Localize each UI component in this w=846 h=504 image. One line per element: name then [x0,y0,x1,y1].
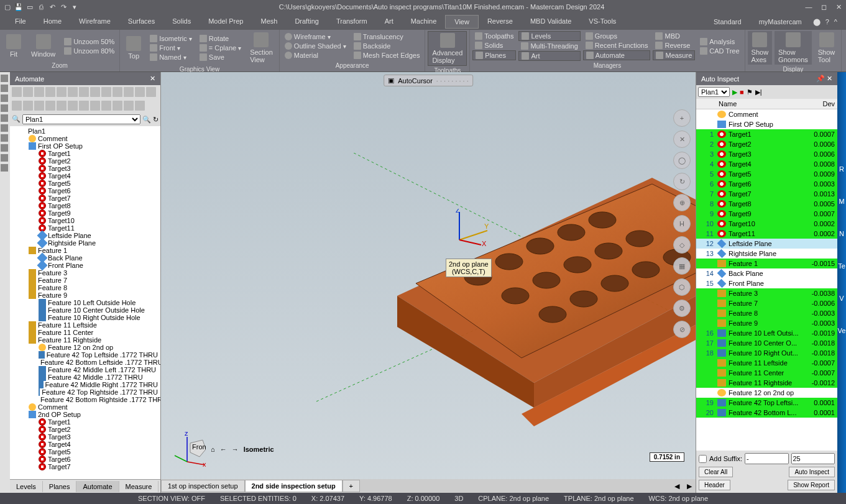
new-icon[interactable]: ▢ [2,2,12,12]
pin-icon[interactable]: 📌 [816,75,825,82]
tree-item[interactable]: Target5 [11,180,159,187]
tree-item[interactable]: Target4 [11,172,159,180]
search-icon[interactable]: 🔍 [12,115,21,124]
tb-icon[interactable] [90,87,100,97]
tool-icon[interactable] [1,134,8,142]
tree-item[interactable]: Feature 9 [11,291,159,299]
mbd-mgr-button[interactable]: MBD [653,32,695,40]
inspect-row[interactable]: 10Target100.0002 [696,219,837,229]
tree-item[interactable]: Feature 8 [11,284,159,291]
cplane-button[interactable]: = Cplane ▾ [197,44,244,52]
clear-all-button[interactable]: Clear All [699,467,733,477]
tree-item[interactable]: Rightside Plane [11,239,159,247]
backside-button[interactable]: Backside [351,42,423,50]
tb-icon[interactable] [124,87,134,97]
menu-mbd-validate[interactable]: MBD Validate [522,15,580,29]
tb-icon[interactable] [45,87,55,97]
menu-art[interactable]: Art [376,15,402,29]
save-view-button[interactable]: Save [197,53,244,62]
menu-drafting[interactable]: Drafting [286,15,328,29]
menu-home[interactable]: Home [35,15,70,29]
tree-item[interactable]: Target11 [11,224,159,232]
status-cplane[interactable]: CPLANE: 2nd op plane [478,495,549,502]
inspect-row[interactable]: Feature 7-0.0006 [696,298,837,308]
vp-tool-icon[interactable]: ◯ [673,152,691,169]
tree-item[interactable]: Target1 [11,150,159,157]
tree-item[interactable]: Comment [11,135,159,142]
viewport[interactable]: ▣ AutoCursor · · · · · · · · · [161,72,696,493]
tb-icon[interactable] [57,87,67,97]
tab-nav-right-icon[interactable]: ▶ [683,482,696,490]
viewport-tab[interactable]: 1st op inspection setup [161,480,245,492]
toolpaths-mgr-button[interactable]: Toolpaths [472,32,516,40]
tb-icon[interactable] [23,87,33,97]
tool-icon[interactable] [1,124,8,132]
groups-mgr-button[interactable]: Groups [583,32,651,40]
edge-tab[interactable]: Ve [838,327,846,334]
inspect-row[interactable]: 5Target50.0009 [696,169,837,179]
inspect-row[interactable]: Feature 12 on 2nd op [696,388,837,398]
tree-item[interactable]: Feature 11 Leftside [11,321,159,329]
tool-icon[interactable] [1,104,8,112]
inspect-row[interactable]: 8Target80.0005 [696,199,837,209]
inspect-row[interactable]: 18Feature 10 Right Out...-0.0018 [696,348,837,358]
tb-icon[interactable] [113,101,122,111]
nav-right-icon[interactable]: → [232,446,239,453]
advanced-display-button[interactable]: Advanced Display [428,31,467,66]
redo-icon[interactable]: ↷ [58,2,68,12]
inspect-row[interactable]: Comment [696,109,837,119]
tab-planes[interactable]: Planes [43,481,77,492]
inspect-row[interactable]: 20Feature 42 Bottom L...0.0001 [696,408,837,418]
inspect-row[interactable]: 11Target110.0002 [696,229,837,239]
tb-icon[interactable] [135,87,145,97]
solids-mgr-button[interactable]: Solids [472,41,516,50]
levels-mgr-button[interactable]: Levels [518,31,580,41]
edge-tab[interactable]: V [839,295,844,302]
measure-mgr-button[interactable]: Measure [653,50,695,60]
tool-icon[interactable] [1,85,8,92]
tree-item[interactable]: Feature 10 Right Outside Hole [11,314,159,321]
tb-icon[interactable] [79,87,89,97]
inspect-row[interactable]: Feature 1-0.0015 [696,259,837,268]
menu-transform[interactable]: Transform [328,15,376,29]
tb-icon[interactable] [23,101,33,111]
add-suffix-checkbox[interactable] [699,455,707,463]
tab-levels[interactable]: Levels [10,481,43,492]
inspect-row[interactable]: 6Target60.0003 [696,179,837,189]
inspect-row[interactable]: Feature 11 Center-0.0007 [696,368,837,378]
plan-select[interactable]: Plan1 [22,114,140,124]
tree-item[interactable]: Feature 11 Center [11,329,159,336]
menu-vs-tools[interactable]: VS-Tools [580,15,625,29]
nav-left-icon[interactable]: ← [220,446,227,453]
tb-icon[interactable] [79,101,89,111]
tb-icon[interactable] [57,101,67,111]
tb-icon[interactable] [113,87,122,97]
menu-mesh[interactable]: Mesh [252,15,286,29]
inspect-row[interactable]: 12Leftside Plane [696,239,837,249]
auto-inspect-button[interactable]: Auto Inspect [789,467,835,477]
menu-model-prep[interactable]: Model Prep [200,15,252,29]
tb-icon[interactable] [68,101,78,111]
tb-icon[interactable] [90,101,100,111]
tool-icon[interactable] [1,144,8,152]
top-button[interactable]: Top [122,35,145,61]
tree-item[interactable]: Target3 [11,433,159,441]
menu-machine[interactable]: Machine [402,15,446,29]
menu-reverse[interactable]: Reverse [479,15,522,29]
trans-button[interactable]: Translucency [351,32,423,41]
tb-icon[interactable] [101,87,111,97]
panel-close-icon[interactable]: ✕ [827,75,832,82]
tree-item[interactable]: First OP Setup [11,142,159,150]
tb-icon[interactable] [101,101,111,111]
show-tool-button[interactable]: Show Tool [814,31,839,65]
tree-item[interactable]: Target7 [11,463,159,470]
analysis-mgr-button[interactable]: Analysis [697,37,742,46]
inspect-row[interactable]: Feature 9-0.0003 [696,318,837,328]
inspect-row[interactable]: 17Feature 10 Center O...-0.0018 [696,338,837,348]
menu-file[interactable]: File [6,15,35,29]
menu-view[interactable]: View [445,15,479,29]
vp-tool-icon[interactable]: ✕ [673,131,691,148]
tree-item[interactable]: Feature 42 Middle Left .1772 THRU [11,366,159,373]
tree-item[interactable]: Feature 12 on 2nd op [11,344,159,351]
status-mode[interactable]: 3D [454,495,463,502]
